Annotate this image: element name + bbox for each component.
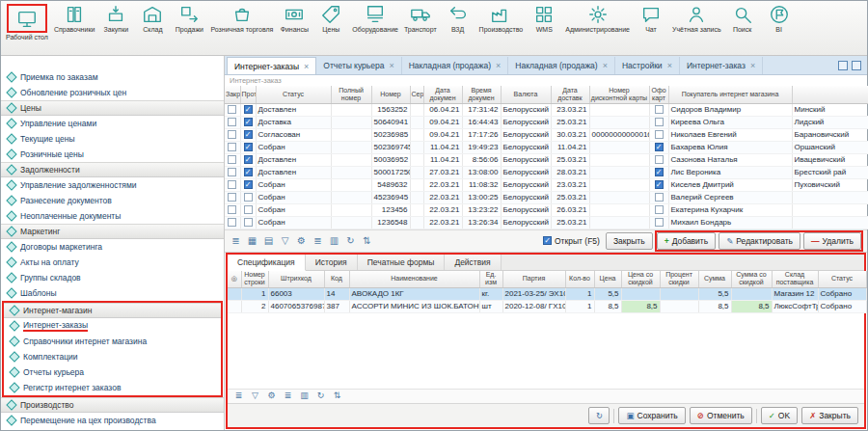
closed-checkbox[interactable] xyxy=(228,180,236,189)
prot-checkbox[interactable]: ✓ xyxy=(244,155,253,164)
order-row[interactable]: ✓Доставлен5003695211.04.218:56:06Белорус… xyxy=(225,153,868,166)
col-discount-card[interactable]: Номер дисконтной карты xyxy=(589,86,649,103)
ofo-checkbox[interactable] xyxy=(655,155,664,164)
maximize-window-icon[interactable] xyxy=(852,61,861,70)
view-grid-icon[interactable]: ▦ xyxy=(245,233,259,249)
col-prot[interactable]: Прот xyxy=(240,86,256,103)
col-sum[interactable]: Сумма xyxy=(698,271,731,288)
order-row[interactable]: ✓Доставка5064094109.04.2116:44:43Белорус… xyxy=(225,116,868,128)
prot-checkbox[interactable]: ✓ xyxy=(244,168,253,176)
ofo-checkbox[interactable] xyxy=(655,193,664,202)
close-order-button[interactable]: Закрыть xyxy=(606,232,653,250)
col-doc-time[interactable]: Время докумен xyxy=(462,86,501,103)
col-code[interactable]: Код xyxy=(324,271,349,288)
tab-internet-order[interactable]: Интернет-заказ× xyxy=(680,57,763,74)
toolbar-item-retail[interactable]: Розничная торговля xyxy=(207,3,276,34)
order-row[interactable]: ✓Доставлен156325206.04.2117:31:42Белорус… xyxy=(225,103,868,116)
tab-settings[interactable]: Настройки× xyxy=(615,57,680,74)
cancel-button[interactable]: ⊘Отменить xyxy=(690,407,752,424)
toolbar-item-warehouse[interactable]: Склад xyxy=(134,3,171,34)
order-row[interactable]: ✓Согласован5023698509.04.2117:17:26Белор… xyxy=(225,128,868,141)
tab-print-forms[interactable]: Печатные формы xyxy=(358,255,446,270)
ofo-checkbox[interactable] xyxy=(655,130,664,139)
ofo-checkbox[interactable] xyxy=(655,205,664,214)
sidebar-item-warehouse-groups[interactable]: Группы складов xyxy=(1,270,224,285)
toolbar-item-finance[interactable]: Финансы xyxy=(276,3,312,34)
close-tab-icon[interactable]: × xyxy=(496,61,501,70)
settings-gear-icon[interactable]: ⚙ xyxy=(294,233,309,249)
view-list-icon[interactable]: ≣ xyxy=(229,233,243,249)
col-discount-percent[interactable]: Процент скидки xyxy=(660,271,698,288)
closed-checkbox[interactable] xyxy=(228,143,236,151)
col-closed[interactable]: Закр xyxy=(225,86,240,103)
col-ofo[interactable]: Офо карт xyxy=(649,86,668,103)
sidebar-item-internet-shop-catalogs[interactable]: Справочники интернет магазина xyxy=(4,334,221,349)
col-status[interactable]: Статус xyxy=(256,86,331,103)
prot-checkbox[interactable]: ✓ xyxy=(244,118,253,126)
order-row[interactable]: Собран123654822.03.2113:26:34Белорусский… xyxy=(225,216,868,229)
sidebar-item-retail-prices[interactable]: Розничные цены xyxy=(1,147,224,162)
close-tab-icon[interactable]: × xyxy=(603,61,608,70)
prot-checkbox[interactable] xyxy=(244,205,253,214)
col-series[interactable]: Сер xyxy=(410,86,423,103)
toolbar-item-bi[interactable]: BI xyxy=(761,3,798,34)
ok-button[interactable]: ✓OK xyxy=(761,407,798,424)
columns-icon[interactable]: ▥ xyxy=(327,233,341,249)
detach-window-icon[interactable] xyxy=(838,61,848,70)
ofo-checkbox[interactable] xyxy=(655,105,664,114)
columns-icon[interactable]: ▥ xyxy=(297,390,312,403)
closed-checkbox[interactable] xyxy=(228,168,236,176)
order-row[interactable]: ✓Доставлен50001725027.03.2113:08:00Белор… xyxy=(225,166,868,178)
closed-checkbox[interactable] xyxy=(228,155,236,164)
sidebar-section-internet-shop[interactable]: Интернет-магазин xyxy=(4,303,221,318)
tab-invoice-sale-1[interactable]: Накладная (продажа)× xyxy=(402,57,509,74)
rows-icon[interactable]: ≣ xyxy=(281,390,295,403)
col-line-number[interactable]: Номер строки xyxy=(241,271,268,288)
order-row[interactable]: Собран4523694522.03.2113:00:25Белорусски… xyxy=(225,191,868,203)
refresh-icon[interactable]: ↻ xyxy=(313,390,328,403)
delete-button[interactable]: —Удалить xyxy=(803,232,861,250)
col-barcode[interactable]: Штрихкод xyxy=(268,271,324,288)
col-name[interactable]: Наименование xyxy=(349,271,479,288)
sidebar-item-kitting[interactable]: Комплектации xyxy=(4,349,221,364)
ofo-checkbox[interactable]: ✓ xyxy=(655,180,664,189)
sidebar-item-document-allocation[interactable]: Разнесение документов xyxy=(1,193,224,208)
sidebar-item-marketing-contracts[interactable]: Договоры маркетинга xyxy=(1,239,224,255)
closed-checkbox[interactable] xyxy=(228,205,236,214)
col-price-discount[interactable]: Цена со скидкой xyxy=(621,271,660,288)
sidebar-item-unpaid-documents[interactable]: Неоплаченные документы xyxy=(1,208,224,224)
filter-icon[interactable]: ▽ xyxy=(248,390,262,403)
col-qty[interactable]: Кол-во xyxy=(565,271,594,288)
toolbar-item-chat[interactable]: Чат xyxy=(633,3,669,34)
rows-icon[interactable]: ≣ xyxy=(311,233,325,249)
sidebar-item-order-acceptance[interactable]: Приемка по заказам xyxy=(1,69,224,85)
sidebar-section-marketing[interactable]: Маркетинг xyxy=(1,224,224,239)
close-tab-icon[interactable]: × xyxy=(304,62,309,71)
toolbar-item-equipment[interactable]: Оборудование xyxy=(349,3,401,34)
save-button[interactable]: ▣Сохранить xyxy=(618,407,685,424)
filter-icon[interactable]: ▽ xyxy=(278,233,292,249)
ofo-checkbox[interactable]: ✓ xyxy=(655,143,664,151)
close-tab-icon[interactable]: × xyxy=(750,61,755,70)
sidebar-item-internet-orders-register[interactable]: Регистр интернет заказов xyxy=(4,380,221,395)
col-status[interactable]: Статус xyxy=(818,271,866,288)
refresh-button[interactable]: ↻ xyxy=(588,407,610,424)
toolbar-item-transport[interactable]: Транспорт xyxy=(401,3,440,34)
closed-checkbox[interactable] xyxy=(228,130,236,139)
col-currency[interactable]: Валюта xyxy=(501,86,551,103)
prot-checkbox[interactable]: ✓ xyxy=(244,180,253,189)
close-tab-icon[interactable]: × xyxy=(389,61,393,70)
prot-checkbox[interactable] xyxy=(244,193,253,202)
refresh-icon[interactable]: ↻ xyxy=(343,233,358,249)
toolbar-item-account[interactable]: Учётная запись xyxy=(669,3,724,34)
order-row[interactable]: Собран12345622.03.2113:23:22Белорусский2… xyxy=(225,203,868,216)
sidebar-item-current-prices[interactable]: Текущие цены xyxy=(1,131,224,147)
sidebar-item-debt-management[interactable]: Управление задолженностями xyxy=(1,177,224,193)
prot-checkbox[interactable]: ✓ xyxy=(244,143,253,151)
sidebar-item-production-transfer[interactable]: Перемещение на цех производства xyxy=(1,413,224,428)
closed-checkbox[interactable] xyxy=(228,105,236,114)
closed-checkbox[interactable] xyxy=(228,193,236,202)
col-full-number[interactable]: Полный номер xyxy=(331,86,371,103)
order-row[interactable]: ✓Собран50236974511.04.2119:49:23Белорусс… xyxy=(225,141,868,153)
tab-history[interactable]: История xyxy=(306,255,358,270)
